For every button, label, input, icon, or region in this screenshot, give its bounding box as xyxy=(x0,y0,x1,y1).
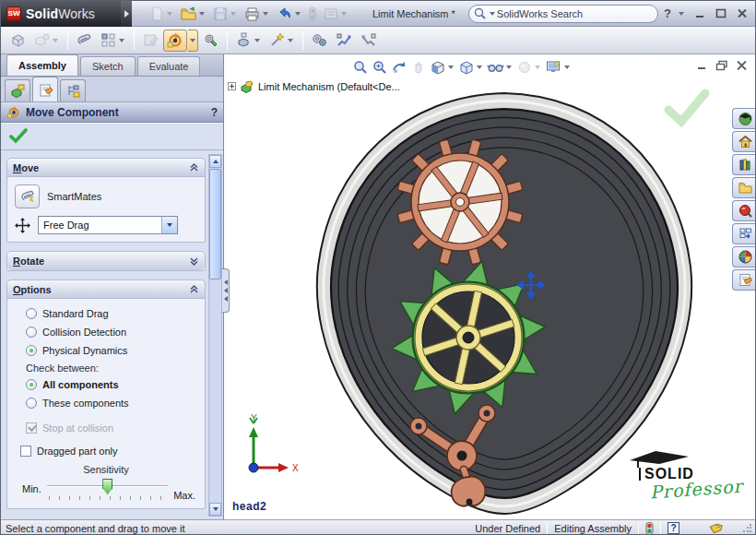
view-palette-tab[interactable] xyxy=(732,223,756,244)
tag-icon[interactable] xyxy=(708,522,723,535)
quick-tips-button[interactable]: ? xyxy=(667,522,679,534)
section-view-button[interactable] xyxy=(429,57,456,77)
search-box[interactable] xyxy=(468,5,658,23)
move-component-button[interactable] xyxy=(163,30,187,52)
tree-expander-icon[interactable] xyxy=(228,82,236,90)
solidworks-search-tab[interactable] xyxy=(732,200,756,221)
graphics-viewport[interactable]: Limit Mechanism (Default<De... xyxy=(224,54,756,519)
slider-thumb[interactable] xyxy=(102,479,112,494)
display-style-button[interactable] xyxy=(457,57,485,77)
help-dropdown-icon[interactable] xyxy=(679,12,684,16)
help-button[interactable]: ? xyxy=(664,6,671,20)
smartmates-button[interactable] xyxy=(15,184,40,208)
search-input[interactable] xyxy=(497,8,650,19)
simulation-button[interactable] xyxy=(357,30,381,52)
move-group-header[interactable]: Move xyxy=(7,159,205,177)
move-group: Move SmartMates Free Drag xyxy=(6,158,206,243)
configuration-manager-tab[interactable] xyxy=(60,79,86,101)
undo-button[interactable] xyxy=(274,4,304,24)
toolbar-separator xyxy=(302,31,303,50)
scene-settings-button[interactable] xyxy=(544,57,573,77)
smart-fasteners-button[interactable] xyxy=(199,30,222,52)
minimize-button[interactable] xyxy=(691,6,707,20)
options-button[interactable] xyxy=(321,4,350,24)
pan-icon xyxy=(410,59,427,76)
new-document-button[interactable] xyxy=(147,4,176,24)
property-manager-panel: Assembly Sketch Evaluate Move Component … xyxy=(1,54,224,519)
appearances-scenes-tab[interactable] xyxy=(732,246,756,268)
dragged-part-only-checkbox[interactable] xyxy=(20,446,31,457)
rebuild-button[interactable] xyxy=(306,4,319,24)
scroll-up-button[interactable] xyxy=(209,155,221,168)
assembly-features-button[interactable] xyxy=(266,30,298,52)
move-component-dropdown[interactable] xyxy=(188,30,198,52)
panel-scrollbar[interactable] xyxy=(208,154,222,517)
hide-show-items-button[interactable] xyxy=(486,57,514,77)
close-button[interactable] xyxy=(734,6,750,20)
all-components-radio[interactable] xyxy=(26,379,37,390)
status-separator xyxy=(547,523,548,534)
collision-detection-radio[interactable] xyxy=(26,327,37,338)
zoom-fit-button[interactable] xyxy=(351,57,370,77)
home-icon xyxy=(738,134,753,149)
interference-detection-button[interactable] xyxy=(308,30,331,52)
file-explorer-tab[interactable] xyxy=(732,177,756,198)
open-button[interactable] xyxy=(178,4,208,24)
toolbar-separator xyxy=(134,31,135,50)
tab-sketch[interactable]: Sketch xyxy=(80,56,136,76)
solidprofessor-tab[interactable] xyxy=(732,108,756,129)
insert-components-icon xyxy=(9,31,27,49)
mate-button[interactable] xyxy=(73,30,96,52)
options-group-header[interactable]: Options xyxy=(7,280,205,299)
edit-component-button[interactable] xyxy=(139,30,162,52)
drag-mode-select[interactable]: Free Drag xyxy=(38,216,178,234)
tab-assembly[interactable]: Assembly xyxy=(6,54,78,76)
confirmation-corner-check-icon[interactable] xyxy=(661,88,713,128)
property-manager-help-button[interactable]: ? xyxy=(211,106,218,119)
solidworks-resources-tab[interactable] xyxy=(732,131,756,152)
search-globe-icon xyxy=(738,203,753,219)
insert-components-button[interactable] xyxy=(6,30,30,52)
rotate-view-button[interactable] xyxy=(390,57,408,77)
solidprofessor-logo: SOLID Professor xyxy=(626,449,746,499)
options-icon xyxy=(323,6,339,22)
drag-mode-dropdown-button[interactable] xyxy=(161,217,177,233)
resize-grip[interactable] xyxy=(742,524,751,533)
custom-properties-tab[interactable] xyxy=(732,269,756,291)
print-button[interactable] xyxy=(242,4,272,24)
sensitivity-slider[interactable] xyxy=(47,477,168,501)
search-scope-dropdown-icon[interactable] xyxy=(490,12,495,16)
physical-dynamics-radio[interactable] xyxy=(26,345,37,356)
rotate-group-header[interactable]: Rotate xyxy=(7,252,205,270)
menu-expand-button[interactable] xyxy=(121,1,132,27)
design-library-tab[interactable] xyxy=(732,154,756,175)
maximize-button[interactable] xyxy=(713,6,728,20)
scrollbar-thumb[interactable] xyxy=(209,169,221,279)
property-manager-title: Move Component xyxy=(26,106,119,119)
exploded-view-dropdown-icon xyxy=(254,39,260,42)
save-button[interactable] xyxy=(210,4,240,24)
scroll-down-button[interactable] xyxy=(209,503,221,516)
component-preview-button[interactable] xyxy=(30,30,63,52)
zoom-area-button[interactable] xyxy=(371,57,389,77)
property-manager-tab[interactable] xyxy=(32,77,58,101)
graduation-cap-icon xyxy=(628,449,692,468)
expand-chevron-icon xyxy=(189,256,199,267)
standard-drag-radio[interactable] xyxy=(26,308,37,319)
tab-evaluate[interactable]: Evaluate xyxy=(137,56,201,76)
sensitivity-min-label: Min. xyxy=(22,483,41,494)
viewport-minimize-button[interactable] xyxy=(696,60,708,71)
these-components-radio[interactable] xyxy=(26,398,37,409)
feature-manager-tab[interactable] xyxy=(5,79,30,101)
viewport-restore-button[interactable] xyxy=(715,60,728,71)
viewport-close-button[interactable] xyxy=(736,60,748,71)
pan-button[interactable] xyxy=(409,57,428,77)
feature-tree-root[interactable]: Limit Mechanism (Default<De... xyxy=(228,79,400,93)
exploded-view-button[interactable] xyxy=(232,30,265,52)
linear-component-pattern-button[interactable] xyxy=(97,30,129,52)
hide-show-glasses-icon xyxy=(487,59,504,76)
appearances-button[interactable] xyxy=(515,57,543,77)
panel-splitter-handle[interactable] xyxy=(222,268,230,313)
new-motion-study-button[interactable] xyxy=(332,30,356,52)
ok-check-button[interactable] xyxy=(8,128,29,144)
